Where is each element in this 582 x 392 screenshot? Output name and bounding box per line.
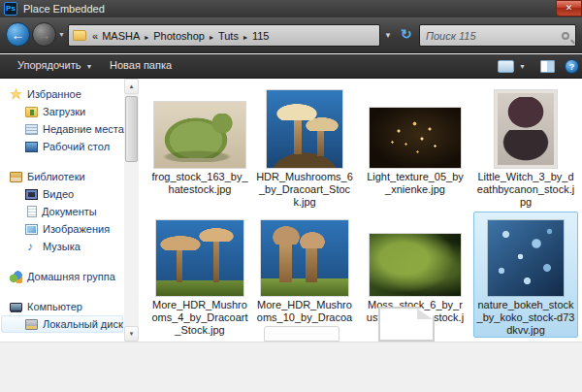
sidebar-item[interactable]: Загрузки bbox=[1, 103, 123, 120]
dialog-footer: Имя файла: nature_bokeh_stock_by_koko_st… bbox=[0, 342, 582, 392]
file-item[interactable]: frog_stock_163_by_hatestock.jpg bbox=[147, 83, 252, 210]
help-icon[interactable] bbox=[565, 59, 579, 74]
navigation-sidebar: ИзбранноеЗагрузкиНедавние местаРабочий с… bbox=[0, 79, 124, 342]
file-item[interactable]: HDR_Mushrooms_6_by_Dracoart_Stock.jpg bbox=[252, 83, 357, 210]
thumbnail-wrap bbox=[366, 214, 465, 296]
sidebar-item-label: Локальный диск bbox=[43, 318, 123, 330]
sidebar-item[interactable]: Рабочий стол bbox=[1, 138, 123, 155]
search-placeholder: Поиск 115 bbox=[426, 30, 562, 42]
search-input[interactable]: Поиск 115 bbox=[419, 24, 576, 47]
address-bar[interactable]: « MASHAPhotoshopTuts115 bbox=[68, 24, 380, 47]
sidebar-item[interactable]: Локальный диск bbox=[1, 315, 123, 333]
partial-file-icon[interactable] bbox=[264, 326, 340, 342]
close-button[interactable] bbox=[556, 0, 582, 16]
file-name: More_HDR_Mushrooms_4_by_Dracoart_Stock.j… bbox=[150, 299, 249, 337]
partial-file-icon[interactable] bbox=[378, 307, 435, 342]
address-dropdown-icon[interactable] bbox=[384, 31, 392, 40]
thumbnail-image[interactable] bbox=[488, 220, 564, 296]
sidebar-item[interactable]: Недавние места bbox=[1, 120, 123, 138]
sidebar-item[interactable]: Домашняя группа bbox=[1, 268, 123, 285]
organize-button[interactable]: Упорядочить bbox=[17, 59, 92, 71]
thumbnail-image[interactable] bbox=[261, 220, 348, 296]
scroll-down-icon[interactable] bbox=[124, 326, 139, 342]
change-view-icon[interactable] bbox=[498, 60, 514, 73]
sidebar-item-label: Недавние места bbox=[43, 123, 124, 135]
sidebar-item-label: Библиотеки bbox=[27, 171, 85, 182]
sidebar-item[interactable]: Документы bbox=[1, 203, 123, 220]
music-icon bbox=[25, 242, 38, 252]
scroll-up-icon[interactable] bbox=[124, 79, 139, 94]
file-name: frog_stock_163_by_hatestock.jpg bbox=[150, 171, 249, 196]
thumbnail-image[interactable] bbox=[370, 108, 461, 168]
thumbnail-image[interactable] bbox=[370, 234, 461, 296]
breadcrumb-separator-icon bbox=[208, 33, 215, 42]
breadcrumb-item[interactable]: Tuts bbox=[215, 30, 242, 42]
thumbnail-wrap bbox=[255, 86, 354, 168]
new-folder-button[interactable]: Новая папка bbox=[110, 59, 172, 71]
disk-icon bbox=[25, 319, 38, 330]
window-title: Place Embedded bbox=[23, 3, 105, 15]
breadcrumb-separator-icon bbox=[242, 33, 249, 42]
thumbnail-wrap bbox=[255, 214, 354, 296]
libraries-icon bbox=[10, 172, 22, 182]
thumbnail-wrap bbox=[476, 86, 575, 168]
file-item[interactable]: nature_bokeh_stock_by_koko_stock-d73dkvv… bbox=[473, 212, 578, 338]
breadcrumb-item[interactable]: MASHA bbox=[99, 30, 143, 42]
title-bar[interactable]: Ps Place Embedded bbox=[0, 0, 582, 17]
breadcrumb-item[interactable]: Photoshop bbox=[150, 30, 208, 42]
sidebar-item-label: Рабочий стол bbox=[43, 141, 110, 152]
downloads-icon bbox=[25, 107, 38, 117]
file-name: Light_texture_05_by_xnienke.jpg bbox=[366, 171, 465, 196]
sidebar-item-label: Документы bbox=[42, 206, 97, 217]
search-icon bbox=[562, 32, 569, 40]
preview-pane-icon[interactable] bbox=[540, 60, 555, 73]
homegroup-icon bbox=[10, 271, 22, 283]
computer-icon bbox=[10, 303, 22, 311]
sidebar-item[interactable]: Музыка bbox=[1, 238, 123, 255]
file-name: Little_Witch_3_by_deathbycanon_stock.jpg bbox=[476, 171, 575, 209]
chevron-down-icon bbox=[85, 63, 92, 70]
breadcrumb-overflow-chevrons[interactable]: « bbox=[90, 30, 99, 42]
thumbnail-image[interactable] bbox=[495, 90, 557, 168]
organize-label: Упорядочить bbox=[17, 59, 81, 71]
recent-pages-dropdown-icon[interactable] bbox=[58, 31, 65, 38]
command-bar: Упорядочить Новая папка bbox=[0, 54, 582, 79]
change-view-dropdown-icon[interactable] bbox=[519, 63, 526, 70]
back-button[interactable] bbox=[6, 22, 30, 47]
desktop-icon bbox=[25, 142, 38, 152]
file-name: nature_bokeh_stock_by_koko_stock-d73dkvv… bbox=[476, 299, 575, 337]
breadcrumb: MASHAPhotoshopTuts115 bbox=[99, 30, 272, 42]
sidebar-item-label: Домашняя группа bbox=[27, 271, 115, 282]
navigation-bar: « MASHAPhotoshopTuts115 Поиск 115 bbox=[0, 17, 582, 53]
sidebar-item-label: Изображения bbox=[43, 223, 110, 235]
file-item[interactable]: Light_texture_05_by_xnienke.jpg bbox=[363, 83, 468, 210]
sidebar-item[interactable]: Избранное bbox=[1, 85, 123, 103]
sidebar-item-label: Загрузки bbox=[43, 106, 85, 117]
thumbnail-wrap bbox=[366, 86, 465, 168]
thumbnail-wrap bbox=[150, 86, 249, 168]
sidebar-item[interactable]: Изображения bbox=[1, 220, 123, 238]
file-item[interactable]: More_HDR_Mushrooms_4_by_Dracoart_Stock.j… bbox=[147, 212, 252, 338]
sidebar-item[interactable]: Компьютер bbox=[1, 298, 123, 315]
file-item[interactable]: Little_Witch_3_by_deathbycanon_stock.jpg bbox=[473, 83, 578, 210]
documents-icon bbox=[27, 206, 37, 217]
place-embedded-dialog: Ps Place Embedded « MASHAPhotoshopTuts11… bbox=[0, 0, 582, 392]
sidebar-item[interactable]: Библиотеки bbox=[1, 168, 123, 185]
breadcrumb-item[interactable]: 115 bbox=[249, 30, 273, 42]
scrollbar-thumb[interactable] bbox=[125, 96, 138, 162]
sidebar-item-label: Видео bbox=[43, 188, 74, 200]
star-icon bbox=[10, 88, 22, 100]
thumbnail-image[interactable] bbox=[156, 220, 243, 296]
video-icon bbox=[25, 189, 38, 200]
recent-places-icon bbox=[25, 124, 38, 135]
thumbnail-wrap bbox=[150, 214, 249, 296]
sidebar-scrollbar[interactable] bbox=[124, 79, 139, 342]
thumbnail-image[interactable] bbox=[154, 102, 245, 168]
thumbnail-image[interactable] bbox=[267, 90, 342, 168]
forward-button[interactable] bbox=[32, 22, 56, 47]
sidebar-item-label: Компьютер bbox=[27, 301, 82, 312]
file-item[interactable]: More_HDR_Mushrooms_10_by_Dracoart_Stock.… bbox=[252, 212, 357, 338]
photoshop-app-icon: Ps bbox=[4, 2, 17, 16]
sidebar-item[interactable]: Видео bbox=[1, 185, 123, 203]
refresh-icon[interactable] bbox=[401, 26, 412, 42]
